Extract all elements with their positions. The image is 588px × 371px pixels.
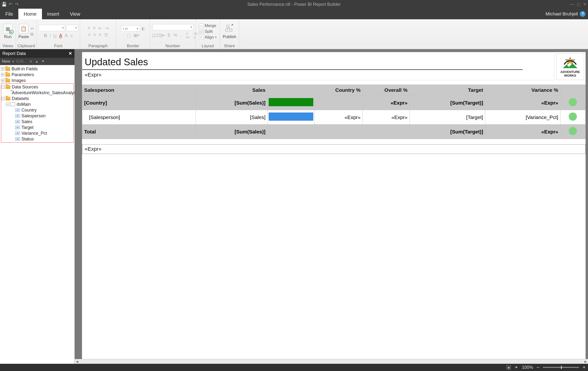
number-format-combo[interactable]: ▾ [152, 24, 193, 30]
fill-color-icon[interactable]: ⬚ [127, 33, 131, 38]
cell-total-sales[interactable]: [Sum(Sales)] [196, 125, 268, 139]
header-overall-pct[interactable]: Overall % [363, 85, 410, 96]
cell-total-status[interactable] [560, 125, 586, 139]
shrink-font-button[interactable]: A [70, 34, 73, 38]
cell-overall-pct[interactable]: «Expr» [363, 110, 410, 125]
currency-icon[interactable]: $ [168, 33, 170, 38]
border-width-combo[interactable]: 1 pt▾ [121, 25, 140, 31]
paste-button[interactable]: 📋 Paste [18, 24, 29, 39]
country-group-row[interactable]: [Country] [Sum(Sales)] «Expr» [Sum(Targe… [82, 96, 586, 110]
cut-icon[interactable]: ✂ [30, 26, 34, 31]
cell-empty[interactable] [363, 125, 410, 139]
header-country-pct[interactable]: Country % [315, 85, 363, 96]
font-family-combo[interactable]: ▾ [39, 25, 65, 31]
redo-icon[interactable]: ↷ [14, 2, 19, 7]
subtitle-expression[interactable]: «Expr» [82, 70, 554, 80]
align-center-icon[interactable]: ≡ [93, 32, 96, 38]
header-salesperson[interactable]: Salesperson [82, 85, 196, 96]
increase-indent-icon[interactable]: ⇥ [105, 26, 108, 31]
undo-icon[interactable]: ↶ [8, 2, 13, 7]
cell-empty[interactable] [267, 125, 315, 139]
tree-images[interactable]: +Images [1, 78, 74, 83]
maximize-icon[interactable]: ◻ [577, 2, 580, 7]
tree-dataset-item[interactable]: −dsMain [1, 101, 73, 107]
bullets-icon[interactable]: ☰ [104, 32, 108, 38]
cell-salesperson[interactable]: [Salesperson] [82, 110, 196, 125]
tree-parameters[interactable]: +Parameters [1, 72, 74, 78]
minimize-icon[interactable]: — [570, 2, 575, 7]
font-size-combo[interactable]: ▾ [66, 25, 78, 31]
tree-field-salesperson[interactable]: abSalesperson [1, 113, 73, 119]
scroll-right-icon[interactable]: ► [583, 360, 588, 363]
merge-button[interactable]: ▭Merge [199, 23, 217, 28]
zoom-out-icon[interactable]: − [536, 364, 539, 371]
preview-mode-icon[interactable]: 👁 [514, 365, 519, 370]
cell-bar[interactable] [267, 110, 315, 125]
tab-view[interactable]: View [65, 9, 86, 19]
delete-icon[interactable]: ✕ [29, 59, 32, 64]
align-left-icon[interactable]: ≡ [88, 32, 91, 38]
tree-data-source-item[interactable]: AdventureWorksInc_SalesAnalysis [1, 90, 73, 96]
header-sales[interactable]: Sales [196, 85, 268, 96]
move-up-icon[interactable]: ▲ [35, 59, 39, 64]
close-icon[interactable]: ✕ [583, 2, 587, 7]
tree-datasets[interactable]: −Datasets [1, 96, 73, 101]
zoom-slider[interactable] [543, 367, 579, 368]
borders-icon[interactable]: ▦▾ [134, 33, 139, 38]
move-down-icon[interactable]: ▼ [41, 59, 45, 64]
split-button[interactable]: ▯▯Split [199, 29, 217, 34]
increase-decimal-icon[interactable]: .0.00 [185, 32, 189, 39]
report-title[interactable]: Updated Sales [82, 52, 523, 70]
decrease-indent-icon[interactable]: ⇤ [98, 26, 102, 31]
tree-builtin-fields[interactable]: +Built-in Fields [1, 66, 74, 72]
zoom-in-icon[interactable]: + [582, 364, 586, 371]
cell-total-variance[interactable]: «Expr» [485, 125, 560, 139]
cell-country[interactable]: [Country] [82, 96, 196, 110]
cell-country-variance[interactable]: «Expr» [485, 96, 560, 110]
cell-country-overall[interactable]: «Expr» [363, 96, 410, 110]
scroll-left-icon[interactable]: ◄ [75, 360, 80, 363]
cell-total-label[interactable]: Total [82, 125, 196, 139]
cell-total-target[interactable]: [Sum(Target)] [410, 125, 485, 139]
underline-button[interactable]: U [53, 33, 57, 38]
cell-empty[interactable] [315, 96, 363, 110]
tree-field-variance-pct[interactable]: abVariance_Pct [1, 130, 73, 136]
bold-button[interactable]: B [44, 33, 47, 38]
design-mode-icon[interactable]: ▦ [506, 365, 511, 370]
grow-font-button[interactable]: A [65, 32, 68, 38]
font-color-button[interactable]: A̲ [59, 33, 62, 38]
cell-target[interactable]: [Target] [410, 110, 485, 125]
header-variance-pct[interactable]: Variance % [485, 85, 560, 96]
border-color-icon[interactable]: ◧ [142, 26, 145, 31]
cell-variance[interactable]: [Variance_Pct] [485, 110, 560, 125]
tab-file[interactable]: File [0, 9, 18, 19]
comma-icon[interactable]: , [181, 33, 182, 38]
cell-country-bar[interactable] [267, 96, 315, 110]
run-button[interactable]: ▦▶ Run [3, 24, 13, 39]
tree-field-status[interactable]: abStatus [1, 136, 73, 142]
tree-field-target[interactable]: abTarget [1, 125, 73, 130]
align-top-icon[interactable]: ≡ [88, 26, 90, 31]
report-tablix[interactable]: Salesperson Sales Country % Overall % Ta… [82, 85, 586, 139]
report-footer[interactable]: «Expr» [82, 144, 586, 154]
align-right-icon[interactable]: ≡ [99, 32, 102, 38]
cell-country-target[interactable]: [Sum(Target)] [410, 96, 485, 110]
text-format-icon[interactable]: [123]▾ [152, 33, 164, 38]
cell-country-sales[interactable]: [Sum(Sales)] [196, 96, 268, 110]
help-icon[interactable]: ? [580, 11, 586, 17]
align-button[interactable]: ≡Align▾ [199, 35, 217, 40]
edit-button[interactable]: Edit... [16, 59, 27, 64]
cell-country-status[interactable] [560, 96, 586, 110]
header-target[interactable]: Target [410, 85, 485, 96]
new-button[interactable]: New [2, 59, 10, 64]
cell-status[interactable] [560, 110, 586, 125]
italic-button[interactable]: I [50, 33, 51, 38]
copy-icon[interactable]: ⧉ [30, 32, 34, 37]
save-icon[interactable]: 💾 [1, 2, 7, 7]
design-canvas[interactable]: ADVENTURE WORKS Updated Sales «Expr» [75, 49, 588, 364]
tree-field-sales[interactable]: abSales [1, 119, 73, 125]
percent-icon[interactable]: % [173, 33, 177, 38]
tab-insert[interactable]: Insert [42, 9, 65, 19]
align-middle-icon[interactable]: ≡ [93, 26, 96, 31]
tab-home[interactable]: Home [18, 9, 42, 19]
